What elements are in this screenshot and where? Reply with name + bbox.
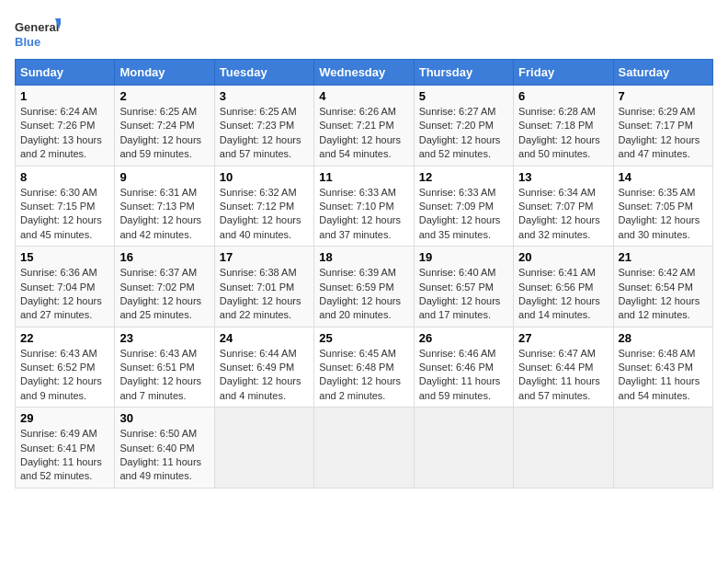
- sunrise: Sunrise: 6:39 AM: [319, 267, 396, 278]
- day-info: Sunrise: 6:25 AM Sunset: 7:23 PM Dayligh…: [220, 105, 309, 162]
- day-info: Sunrise: 6:34 AM Sunset: 7:07 PM Dayligh…: [518, 186, 608, 243]
- sunrise: Sunrise: 6:45 AM: [319, 348, 396, 359]
- sunrise: Sunrise: 6:47 AM: [518, 348, 596, 359]
- day-number: 28: [619, 331, 708, 345]
- day-number: 26: [419, 331, 508, 345]
- calendar-cell: [214, 408, 313, 488]
- calendar-cell: [314, 408, 414, 488]
- day-number: 23: [119, 331, 209, 345]
- sunset: Sunset: 7:23 PM: [220, 120, 294, 131]
- calendar-week-5: 29 Sunrise: 6:49 AM Sunset: 6:41 PM Dayl…: [16, 408, 713, 488]
- daylight: Daylight: 11 hours and 59 minutes.: [419, 375, 501, 400]
- day-number: 17: [220, 250, 309, 264]
- col-header-saturday: Saturday: [613, 60, 712, 86]
- calendar-cell: 22 Sunrise: 6:43 AM Sunset: 6:52 PM Dayl…: [16, 327, 115, 408]
- calendar-cell: 1 Sunrise: 6:24 AM Sunset: 7:26 PM Dayli…: [16, 86, 115, 167]
- daylight: Daylight: 12 hours and 27 minutes.: [20, 295, 102, 320]
- sunrise: Sunrise: 6:27 AM: [419, 106, 496, 117]
- sunrise: Sunrise: 6:48 AM: [619, 348, 696, 359]
- daylight: Daylight: 12 hours and 52 minutes.: [419, 134, 501, 159]
- sunset: Sunset: 6:44 PM: [518, 362, 593, 373]
- calendar-cell: 2 Sunrise: 6:25 AM Sunset: 7:24 PM Dayli…: [115, 86, 214, 167]
- calendar-cell: 15 Sunrise: 6:36 AM Sunset: 7:04 PM Dayl…: [16, 247, 115, 327]
- day-info: Sunrise: 6:48 AM Sunset: 6:43 PM Dayligh…: [619, 347, 708, 404]
- calendar-cell: 17 Sunrise: 6:38 AM Sunset: 7:01 PM Dayl…: [214, 247, 313, 327]
- sunrise: Sunrise: 6:41 AM: [518, 267, 596, 278]
- day-info: Sunrise: 6:29 AM Sunset: 7:17 PM Dayligh…: [619, 105, 708, 162]
- calendar-week-4: 22 Sunrise: 6:43 AM Sunset: 6:52 PM Dayl…: [16, 327, 713, 408]
- day-number: 30: [119, 411, 209, 425]
- sunrise: Sunrise: 6:32 AM: [220, 187, 297, 198]
- day-info: Sunrise: 6:46 AM Sunset: 6:46 PM Dayligh…: [419, 347, 508, 404]
- day-info: Sunrise: 6:50 AM Sunset: 6:40 PM Dayligh…: [119, 427, 209, 484]
- calendar-cell: 7 Sunrise: 6:29 AM Sunset: 7:17 PM Dayli…: [613, 86, 712, 167]
- sunset: Sunset: 7:10 PM: [319, 201, 393, 212]
- day-info: Sunrise: 6:30 AM Sunset: 7:15 PM Dayligh…: [20, 186, 109, 243]
- calendar-cell: 20 Sunrise: 6:41 AM Sunset: 6:56 PM Dayl…: [514, 247, 613, 327]
- sunrise: Sunrise: 6:26 AM: [319, 106, 396, 117]
- sunset: Sunset: 6:57 PM: [419, 282, 494, 293]
- calendar-cell: 26 Sunrise: 6:46 AM Sunset: 6:46 PM Dayl…: [414, 327, 513, 408]
- day-info: Sunrise: 6:41 AM Sunset: 6:56 PM Dayligh…: [518, 266, 608, 323]
- calendar-cell: 30 Sunrise: 6:50 AM Sunset: 6:40 PM Dayl…: [115, 408, 214, 488]
- sunset: Sunset: 6:51 PM: [119, 362, 194, 373]
- day-number: 13: [518, 170, 608, 184]
- calendar-cell: [414, 408, 513, 488]
- col-header-sunday: Sunday: [16, 60, 115, 86]
- daylight: Daylight: 12 hours and 22 minutes.: [220, 295, 301, 320]
- day-info: Sunrise: 6:33 AM Sunset: 7:09 PM Dayligh…: [419, 186, 508, 243]
- sunrise: Sunrise: 6:40 AM: [419, 267, 496, 278]
- sunrise: Sunrise: 6:33 AM: [419, 187, 496, 198]
- daylight: Daylight: 12 hours and 45 minutes.: [20, 214, 102, 239]
- calendar-cell: 24 Sunrise: 6:44 AM Sunset: 6:49 PM Dayl…: [214, 327, 313, 408]
- day-number: 19: [419, 250, 508, 264]
- day-info: Sunrise: 6:31 AM Sunset: 7:13 PM Dayligh…: [119, 186, 209, 243]
- day-number: 6: [518, 89, 608, 103]
- sunset: Sunset: 7:12 PM: [220, 201, 294, 212]
- day-info: Sunrise: 6:25 AM Sunset: 7:24 PM Dayligh…: [119, 105, 209, 162]
- daylight: Daylight: 12 hours and 30 minutes.: [619, 214, 700, 239]
- daylight: Daylight: 12 hours and 40 minutes.: [220, 214, 301, 239]
- calendar-cell: 3 Sunrise: 6:25 AM Sunset: 7:23 PM Dayli…: [214, 86, 313, 167]
- sunrise: Sunrise: 6:43 AM: [119, 348, 197, 359]
- day-number: 12: [419, 170, 508, 184]
- col-header-wednesday: Wednesday: [314, 60, 414, 86]
- sunset: Sunset: 7:21 PM: [319, 120, 393, 131]
- col-header-thursday: Thursday: [414, 60, 513, 86]
- daylight: Daylight: 12 hours and 47 minutes.: [619, 134, 700, 159]
- calendar-cell: 23 Sunrise: 6:43 AM Sunset: 6:51 PM Dayl…: [115, 327, 214, 408]
- col-header-monday: Monday: [115, 60, 214, 86]
- day-info: Sunrise: 6:43 AM Sunset: 6:52 PM Dayligh…: [20, 347, 109, 404]
- sunset: Sunset: 6:52 PM: [20, 362, 95, 373]
- header: General Blue: [15, 15, 713, 52]
- sunset: Sunset: 7:20 PM: [419, 120, 494, 131]
- sunrise: Sunrise: 6:30 AM: [20, 187, 97, 198]
- calendar-cell: 11 Sunrise: 6:33 AM Sunset: 7:10 PM Dayl…: [314, 166, 414, 247]
- day-info: Sunrise: 6:27 AM Sunset: 7:20 PM Dayligh…: [419, 105, 508, 162]
- daylight: Daylight: 12 hours and 42 minutes.: [119, 214, 201, 239]
- sunset: Sunset: 6:59 PM: [319, 282, 393, 293]
- daylight: Daylight: 12 hours and 32 minutes.: [518, 214, 600, 239]
- day-number: 18: [319, 250, 408, 264]
- sunrise: Sunrise: 6:44 AM: [220, 348, 297, 359]
- day-number: 20: [518, 250, 608, 264]
- daylight: Daylight: 11 hours and 57 minutes.: [518, 375, 600, 400]
- calendar-cell: 10 Sunrise: 6:32 AM Sunset: 7:12 PM Dayl…: [214, 166, 313, 247]
- sunrise: Sunrise: 6:29 AM: [619, 106, 696, 117]
- sunrise: Sunrise: 6:25 AM: [119, 106, 197, 117]
- calendar-cell: 19 Sunrise: 6:40 AM Sunset: 6:57 PM Dayl…: [414, 247, 513, 327]
- day-info: Sunrise: 6:35 AM Sunset: 7:05 PM Dayligh…: [619, 186, 708, 243]
- daylight: Daylight: 12 hours and 2 minutes.: [319, 375, 401, 400]
- daylight: Daylight: 12 hours and 59 minutes.: [119, 134, 201, 159]
- sunset: Sunset: 6:41 PM: [20, 442, 95, 454]
- sunset: Sunset: 7:24 PM: [119, 120, 194, 131]
- sunrise: Sunrise: 6:37 AM: [119, 267, 197, 278]
- svg-text:Blue: Blue: [15, 35, 40, 49]
- calendar-cell: 28 Sunrise: 6:48 AM Sunset: 6:43 PM Dayl…: [613, 327, 712, 408]
- svg-text:General: General: [15, 20, 59, 34]
- day-number: 10: [220, 170, 309, 184]
- sunrise: Sunrise: 6:42 AM: [619, 267, 696, 278]
- day-info: Sunrise: 6:32 AM Sunset: 7:12 PM Dayligh…: [220, 186, 309, 243]
- day-info: Sunrise: 6:44 AM Sunset: 6:49 PM Dayligh…: [220, 347, 309, 404]
- daylight: Daylight: 12 hours and 25 minutes.: [119, 295, 201, 320]
